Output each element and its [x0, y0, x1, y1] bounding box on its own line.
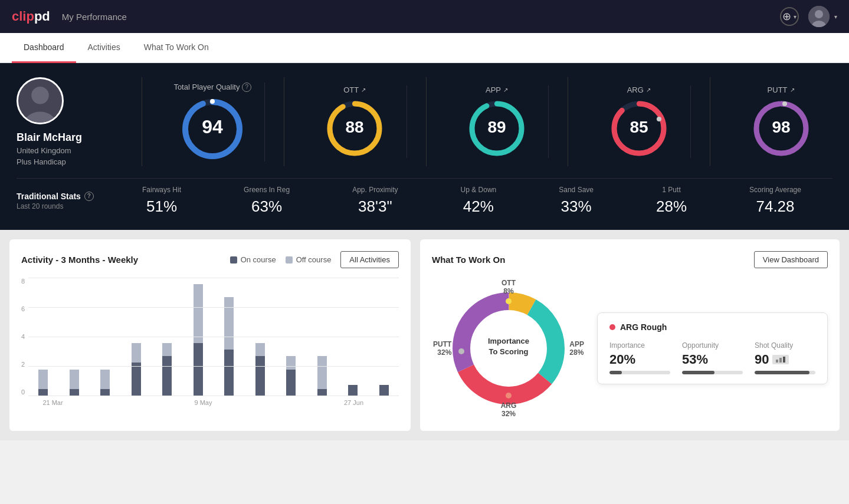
- bar-group: [245, 278, 275, 396]
- svg-point-18: [657, 117, 661, 121]
- arg-dot: [609, 324, 615, 330]
- opportunity-bar: [682, 371, 743, 374]
- stat-updown: Up & Down 42%: [461, 186, 497, 216]
- x-label: 9 May: [188, 399, 218, 406]
- donut-wrapper: Importance To Scoring OTT 8% APP 28% ARG…: [432, 278, 585, 419]
- divider-3: [568, 77, 568, 166]
- bottom-panels: Activity - 3 Months - Weekly On course O…: [0, 230, 849, 440]
- bar-off-course: [100, 370, 110, 389]
- bar-on-course: [194, 343, 203, 396]
- player-avatar: [17, 77, 64, 124]
- user-menu[interactable]: ▾: [808, 6, 837, 27]
- player-info: Blair McHarg United Kingdom Plus Handica…: [17, 77, 123, 166]
- arg-detail-card: ARG Rough Importance 20% Opportunity 53%: [597, 312, 828, 384]
- player-country: United Kingdom: [17, 146, 71, 155]
- bar-group: [276, 278, 306, 396]
- tab-activities[interactable]: Activities: [76, 33, 132, 63]
- add-icon[interactable]: ⊕ ▾: [780, 7, 799, 26]
- donut-center-line2: To Scoring: [489, 347, 529, 356]
- grid-line-0: [28, 396, 399, 396]
- gauge-putt-svg: 98: [752, 99, 811, 158]
- tab-dashboard[interactable]: Dashboard: [12, 33, 76, 63]
- x-label: [369, 399, 399, 406]
- stat-greens: Greens In Reg 63%: [244, 186, 290, 216]
- shotquality-bar: [755, 371, 815, 374]
- x-label: 27 Jun: [339, 399, 369, 406]
- add-chevron: ▾: [794, 14, 796, 20]
- svg-text:85: 85: [630, 118, 648, 136]
- hero-top: Blair McHarg United Kingdom Plus Handica…: [17, 77, 832, 166]
- x-label: [218, 399, 248, 406]
- shot-quality-indicator: [772, 355, 789, 364]
- bar-on-course: [348, 385, 358, 396]
- arg-metric-shotquality: Shot Quality 90: [755, 341, 815, 374]
- activity-panel: Activity - 3 Months - Weekly On course O…: [9, 239, 411, 431]
- y-label-0: 0: [21, 388, 25, 396]
- divider-2: [426, 77, 427, 166]
- seg-label-arg: ARG 32%: [501, 401, 517, 418]
- header: clippd My Performance ⊕ ▾ ▾: [0, 0, 849, 33]
- user-chevron: ▾: [834, 14, 837, 20]
- avatar[interactable]: [808, 6, 830, 27]
- trad-stats-info[interactable]: ?: [84, 192, 94, 201]
- gauge-app-svg: 89: [467, 99, 526, 158]
- work-on-body: Importance To Scoring OTT 8% APP 28% ARG…: [432, 278, 828, 419]
- importance-fill: [609, 371, 622, 374]
- trad-subtitle: Last 20 rounds: [17, 202, 111, 210]
- y-label-6: 6: [21, 305, 25, 312]
- y-label-4: 4: [21, 333, 25, 340]
- svg-text:94: 94: [202, 116, 224, 137]
- bar-on-course: [317, 389, 327, 396]
- gauge-arg-svg: 85: [609, 99, 668, 158]
- legend-off-course: Off course: [286, 255, 332, 264]
- total-quality-info[interactable]: ?: [242, 83, 251, 92]
- bars-area: [28, 278, 399, 396]
- bar-on-course: [379, 385, 389, 396]
- svg-text:88: 88: [346, 118, 364, 136]
- trad-title: Traditional Stats ?: [17, 192, 111, 201]
- bar-on-course: [38, 389, 48, 396]
- bar-off-course: [38, 370, 48, 389]
- header-right: ⊕ ▾ ▾: [780, 6, 837, 27]
- bar-group: [152, 278, 182, 396]
- app-arrow: ↗: [503, 87, 508, 93]
- gauge-ott-svg: 88: [325, 99, 384, 158]
- donut-dot-arg: [506, 393, 512, 398]
- x-label: [68, 399, 98, 406]
- svg-rect-26: [779, 358, 782, 363]
- arg-arrow: ↗: [646, 87, 651, 93]
- on-course-dot: [230, 256, 237, 263]
- bar-group: [369, 278, 398, 396]
- gauge-app-label: APP ↗: [486, 85, 508, 94]
- bar-off-course: [255, 343, 265, 356]
- all-activities-button[interactable]: All Activities: [340, 251, 399, 268]
- tab-what-to-work-on[interactable]: What To Work On: [132, 33, 221, 63]
- chart-container: 8 6 4 2 0: [21, 278, 399, 406]
- gauge-putt-label: PUTT ↗: [768, 85, 795, 94]
- logo[interactable]: clippd: [12, 9, 50, 24]
- chart-main: 8 6 4 2 0: [21, 278, 399, 396]
- x-label: [98, 399, 128, 406]
- divider-4: [710, 77, 710, 166]
- traditional-stats: Traditional Stats ? Last 20 rounds Fairw…: [17, 178, 832, 216]
- bar-on-course: [132, 363, 141, 396]
- x-label: [278, 399, 309, 406]
- svg-rect-25: [776, 360, 778, 363]
- opportunity-fill: [682, 371, 714, 374]
- x-label: [248, 399, 278, 406]
- bar-off-course: [132, 343, 141, 363]
- view-dashboard-button[interactable]: View Dashboard: [754, 251, 828, 268]
- bar-on-course: [100, 389, 110, 396]
- bar-group: [28, 278, 58, 396]
- stat-fairways: Fairways Hit 51%: [142, 186, 181, 216]
- chart-legend: On course Off course All Activities: [230, 251, 399, 268]
- seg-label-ott: OTT 8%: [501, 279, 516, 295]
- plus-symbol: ⊕: [782, 10, 791, 23]
- off-course-dot: [286, 256, 293, 263]
- gauge-total: Total Player Quality ? 94: [161, 83, 265, 162]
- bar-group: [60, 278, 89, 396]
- bar-off-course: [286, 356, 296, 369]
- svg-text:89: 89: [487, 118, 506, 136]
- work-on-header: What To Work On View Dashboard: [432, 251, 828, 268]
- y-label-8: 8: [21, 278, 25, 285]
